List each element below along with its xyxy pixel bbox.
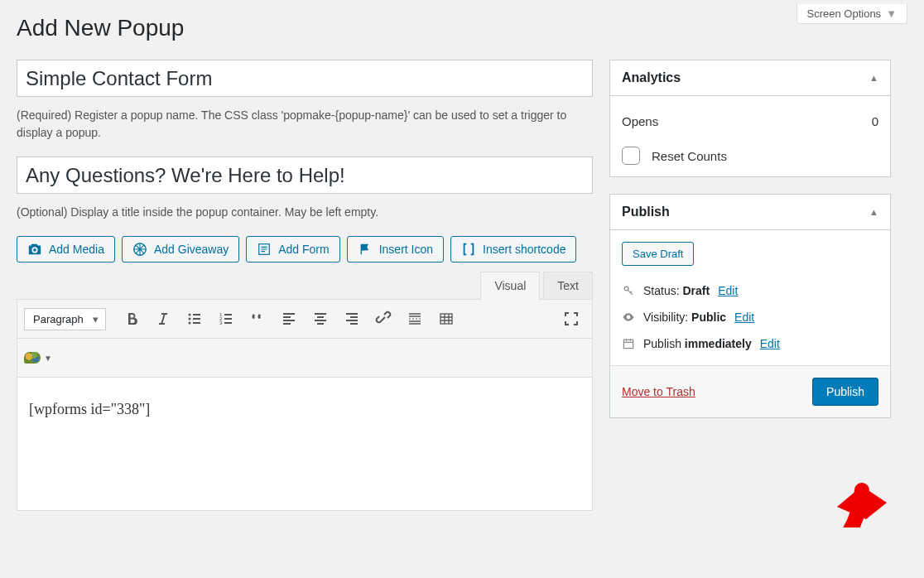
format-select[interactable]: Paragraph [24, 308, 106, 330]
add-form-label: Add Form [278, 243, 329, 256]
align-center-button[interactable] [306, 305, 334, 333]
fullscreen-icon [563, 311, 580, 327]
eye-icon [622, 311, 635, 324]
link-icon [375, 311, 392, 327]
editor-box: Paragraph 123 ▼ [17, 299, 593, 511]
popup-name-hint: (Required) Register a popup name. The CS… [17, 107, 593, 142]
analytics-metabox: Analytics ▲ Opens 0 Reset Counts [609, 60, 891, 177]
format-select-label: Paragraph [33, 313, 84, 325]
key-icon [622, 284, 635, 297]
svg-rect-9 [440, 314, 452, 324]
fullscreen-button[interactable] [557, 305, 585, 333]
add-giveaway-button[interactable]: Add Giveaway [122, 236, 239, 263]
svg-point-0 [31, 244, 33, 246]
insert-shortcode-label: Insert shortcode [483, 243, 565, 256]
tab-visual[interactable]: Visual [480, 272, 540, 300]
link-button[interactable] [369, 305, 397, 333]
svg-rect-11 [623, 340, 633, 348]
bullet-list-button[interactable] [180, 305, 209, 333]
collapse-toggle[interactable]: ▲ [869, 73, 878, 83]
screen-options-label: Screen Options [807, 7, 882, 20]
reset-counts-label: Reset Counts [652, 149, 727, 163]
bullet-list-icon [186, 311, 203, 327]
readmore-icon [407, 311, 423, 327]
add-giveaway-label: Add Giveaway [154, 243, 229, 256]
status-text: Status: Draft [643, 284, 710, 297]
opens-value: 0 [872, 114, 878, 128]
analytics-title: Analytics [622, 70, 681, 85]
quote-icon [249, 311, 266, 327]
italic-icon [155, 311, 171, 327]
number-list-button[interactable]: 123 [212, 305, 240, 333]
align-right-button[interactable] [338, 305, 366, 333]
publish-metabox: Publish ▲ Save Draft Status: Draft Edit … [609, 194, 891, 418]
popup-title-input[interactable] [17, 157, 593, 194]
svg-text:3: 3 [219, 320, 223, 325]
bold-icon [123, 311, 140, 327]
svg-point-3 [188, 314, 190, 316]
align-left-icon [281, 311, 297, 327]
add-media-button[interactable]: Add Media [17, 236, 115, 263]
edit-status-link[interactable]: Edit [718, 284, 738, 297]
palette-icon [24, 352, 41, 364]
wheel-icon [132, 242, 147, 257]
visibility-text: Visibility: Public [643, 311, 726, 324]
blockquote-button[interactable] [243, 305, 272, 333]
table-icon [438, 311, 455, 327]
page-title: Add New Popup [17, 0, 907, 60]
svg-point-4 [188, 318, 190, 320]
insert-shortcode-button[interactable]: Insert shortcode [450, 236, 576, 263]
bold-button[interactable] [118, 305, 146, 333]
publish-title: Publish [622, 205, 670, 219]
style-dropdown-button[interactable]: ▼ [24, 344, 52, 372]
align-left-button[interactable] [275, 305, 303, 333]
brackets-icon [461, 242, 476, 257]
camera-icon [27, 242, 42, 257]
caret-down-icon: ▼ [44, 354, 52, 363]
number-list-icon: 123 [218, 311, 234, 327]
editor-text: [wpforms id="338"] [29, 401, 150, 417]
save-draft-button[interactable]: Save Draft [622, 242, 694, 266]
popup-title-hint: (Optional) Display a title inside the po… [17, 204, 593, 221]
table-button[interactable] [432, 305, 460, 333]
tab-text[interactable]: Text [543, 272, 593, 300]
popup-name-input[interactable] [17, 60, 593, 97]
caret-down-icon: ▼ [886, 7, 897, 20]
form-icon [257, 242, 272, 257]
move-to-trash-link[interactable]: Move to Trash [622, 385, 695, 398]
publish-button[interactable]: Publish [812, 378, 878, 406]
edit-schedule-link[interactable]: Edit [760, 337, 780, 350]
annotation-arrow [676, 441, 907, 527]
add-media-label: Add Media [49, 243, 104, 256]
editor-content-area[interactable]: [wpforms id="338"] [17, 378, 592, 510]
screen-options-button[interactable]: Screen Options ▼ [796, 4, 907, 24]
collapse-toggle[interactable]: ▲ [869, 207, 878, 217]
schedule-text: Publish immediately [643, 337, 752, 350]
reset-counts-checkbox[interactable] [622, 147, 640, 165]
flag-icon [358, 242, 373, 257]
align-right-icon [344, 311, 360, 327]
italic-button[interactable] [149, 305, 177, 333]
calendar-icon [622, 337, 635, 350]
align-center-icon [312, 311, 329, 327]
readmore-button[interactable] [401, 305, 429, 333]
edit-visibility-link[interactable]: Edit [734, 311, 754, 324]
add-form-button[interactable]: Add Form [246, 236, 339, 263]
svg-point-5 [188, 322, 190, 325]
insert-icon-button[interactable]: Insert Icon [347, 236, 444, 263]
opens-label: Opens [622, 114, 658, 128]
insert-icon-label: Insert Icon [379, 243, 433, 256]
